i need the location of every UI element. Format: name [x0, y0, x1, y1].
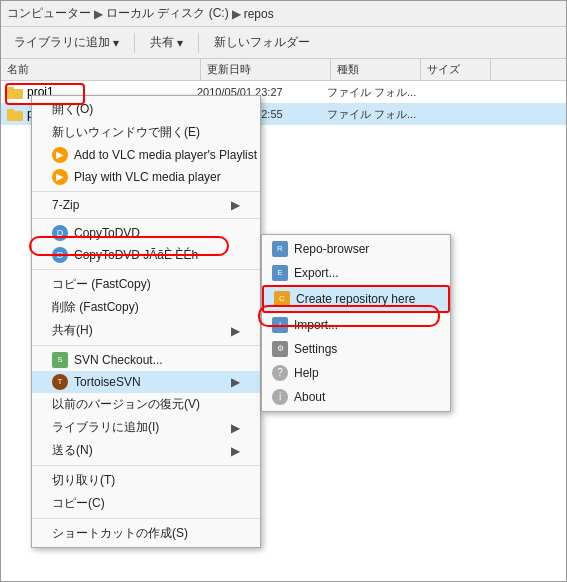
dvd-icon: D: [52, 225, 68, 241]
sub-item-import[interactable]: I Import...: [262, 313, 450, 337]
ctx-item-open[interactable]: 開く(O): [32, 98, 260, 121]
about-icon: i: [272, 389, 288, 405]
add-to-library-button[interactable]: ライブラリに追加 ▾: [7, 31, 126, 54]
ctx-item-fastcopy-copy[interactable]: コピー (FastCopy): [32, 273, 260, 296]
arrow-icon-send: ▶: [231, 444, 240, 458]
create-repo-icon: C: [274, 291, 290, 307]
arrow-icon-7zip: ▶: [231, 198, 240, 212]
ctx-item-open-new-window[interactable]: 新しいウィンドウで開く(E): [32, 121, 260, 144]
svg-rect-1: [7, 87, 14, 91]
ctx-separator-3: [32, 269, 260, 270]
ctx-item-tortoisesvn[interactable]: T TortoiseSVN ▶: [32, 371, 260, 393]
folder-icon: [7, 107, 23, 121]
ctx-item-vlc-play[interactable]: ▶ Play with VLC media player: [32, 166, 260, 188]
ctx-item-copytodvd[interactable]: D CopyToDVD: [32, 222, 260, 244]
ctx-item-add-lib[interactable]: ライブラリに追加(I) ▶: [32, 416, 260, 439]
vlc-icon-2: ▶: [52, 169, 68, 185]
col-header-name[interactable]: 名前: [1, 59, 201, 80]
ctx-item-send[interactable]: 送る(N) ▶: [32, 439, 260, 462]
ctx-separator-2: [32, 218, 260, 219]
sub-item-export[interactable]: E Export...: [262, 261, 450, 285]
ctx-item-share-h[interactable]: 共有(H) ▶: [32, 319, 260, 342]
file-type-cell: ファイル フォル...: [327, 85, 417, 100]
ctx-separator-5: [32, 465, 260, 466]
ctx-item-vlc-playlist[interactable]: ▶ Add to VLC media player's Playlist: [32, 144, 260, 166]
ctx-item-svn-checkout[interactable]: S SVN Checkout...: [32, 349, 260, 371]
ctx-item-fastcopy-del[interactable]: 削除 (FastCopy): [32, 296, 260, 319]
sub-item-about[interactable]: i About: [262, 385, 450, 409]
breadcrumb: コンピューター ▶ ローカル ディスク (C:) ▶ repos: [1, 1, 566, 27]
export-icon: E: [272, 265, 288, 281]
svn-icon: S: [52, 352, 68, 368]
share-button[interactable]: 共有 ▾: [143, 31, 190, 54]
col-header-type[interactable]: 種類: [331, 59, 421, 80]
file-type-cell: ファイル フォル...: [327, 107, 417, 122]
breadcrumb-item-repos[interactable]: repos: [244, 7, 274, 21]
sub-item-help[interactable]: ? Help: [262, 361, 450, 385]
breadcrumb-arrow-1: ▶: [94, 7, 103, 21]
vlc-icon: ▶: [52, 147, 68, 163]
ctx-item-7zip[interactable]: 7-Zip ▶: [32, 195, 260, 215]
col-header-size[interactable]: サイズ: [421, 59, 491, 80]
ctx-separator-1: [32, 191, 260, 192]
breadcrumb-item-drive[interactable]: ローカル ディスク (C:): [106, 5, 229, 22]
sub-item-create-repo[interactable]: C Create repository here: [262, 285, 450, 313]
explorer-window: コンピューター ▶ ローカル ディスク (C:) ▶ repos ライブラリに追…: [0, 0, 567, 582]
ctx-separator-6: [32, 518, 260, 519]
toolbar-separator-1: [134, 33, 135, 53]
new-folder-button[interactable]: 新しいフォルダー: [207, 31, 317, 54]
ctx-separator-4: [32, 345, 260, 346]
settings-icon: ⚙: [272, 341, 288, 357]
ctx-item-copytodvd2[interactable]: D CopyToDVD JÃãÈ ÈÉh: [32, 244, 260, 266]
import-icon: I: [272, 317, 288, 333]
ctx-item-restore[interactable]: 以前のバージョンの復元(V): [32, 393, 260, 416]
col-header-date[interactable]: 更新日時: [201, 59, 331, 80]
sub-item-repo-browser[interactable]: R Repo-browser: [262, 237, 450, 261]
column-headers: 名前 更新日時 種類 サイズ: [1, 59, 566, 81]
tortoise-icon: T: [52, 374, 68, 390]
sub-item-settings[interactable]: ⚙ Settings: [262, 337, 450, 361]
arrow-icon-tortoise: ▶: [231, 375, 240, 389]
dvd-icon-2: D: [52, 247, 68, 263]
breadcrumb-item-computer[interactable]: コンピューター: [7, 5, 91, 22]
repo-browser-icon: R: [272, 241, 288, 257]
ctx-item-cut[interactable]: 切り取り(T): [32, 469, 260, 492]
context-menu: 開く(O) 新しいウィンドウで開く(E) ▶ Add to VLC media …: [31, 95, 261, 548]
svg-rect-3: [7, 109, 14, 113]
arrow-icon-share: ▶: [231, 324, 240, 338]
toolbar-separator-2: [198, 33, 199, 53]
ctx-item-copy[interactable]: コピー(C): [32, 492, 260, 515]
breadcrumb-arrow-2: ▶: [232, 7, 241, 21]
toolbar: ライブラリに追加 ▾ 共有 ▾ 新しいフォルダー: [1, 27, 566, 59]
submenu: R Repo-browser E Export... C Create repo…: [261, 234, 451, 412]
ctx-item-shortcut[interactable]: ショートカットの作成(S): [32, 522, 260, 545]
arrow-icon-lib: ▶: [231, 421, 240, 435]
help-icon: ?: [272, 365, 288, 381]
folder-icon: [7, 85, 23, 99]
file-list-area: 名前 更新日時 種類 サイズ proj1 2010/05/01 23:27 ファ…: [1, 59, 566, 581]
